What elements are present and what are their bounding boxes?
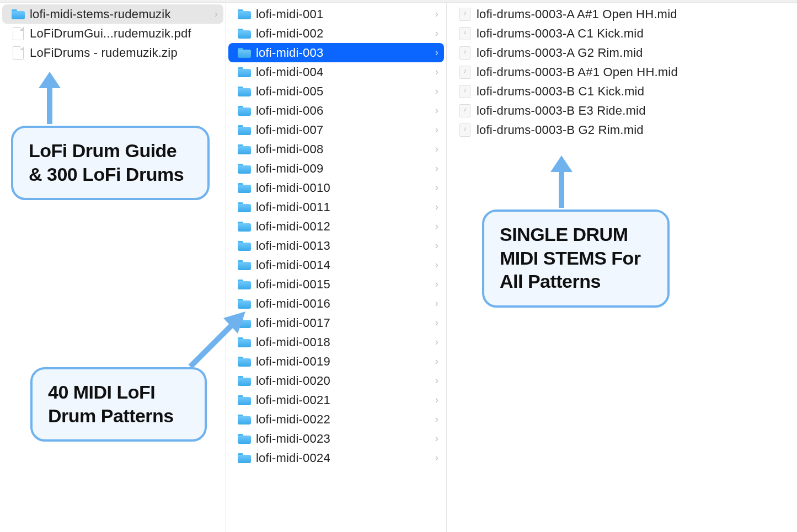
finder-item-label: lofi-midi-002 [256,26,435,41]
finder-item-label: lofi-drums-0003-A A#1 Open HH.mid [477,7,790,22]
finder-folder-row[interactable]: lofi-midi-0010› [228,178,444,197]
finder-file-row[interactable]: lofi-drums-0003-B E3 Ride.mid [449,101,795,120]
finder-file-row[interactable]: lofi-drums-0003-B C1 Kick.mid [449,82,795,101]
finder-item-label: lofi-drums-0003-B A#1 Open HH.mid [477,65,790,79]
finder-folder-row[interactable]: lofi-midi-0015› [228,275,444,294]
chevron-right-icon: › [435,66,440,78]
annotation-callout-stems: SINGLE DRUM MIDI STEMS For All Patterns [482,209,670,308]
chevron-right-icon: › [435,259,440,271]
chevron-right-icon: › [435,375,440,386]
folder-icon [237,413,252,426]
finder-item-label: lofi-drums-0003-B E3 Ride.mid [477,104,790,118]
folder-icon [237,221,252,233]
finder-folder-row[interactable]: lofi-midi-006› [228,101,444,120]
chevron-right-icon: › [435,47,440,58]
finder-folder-row[interactable]: lofi-midi-009› [228,159,444,178]
annotation-callout-guide: LoFi Drum Guide & 300 LoFi Drums [11,126,210,200]
folder-icon [237,433,252,445]
chevron-right-icon: › [435,452,440,464]
chevron-right-icon: › [435,201,440,213]
chevron-right-icon: › [435,163,440,174]
finder-file-row[interactable]: LoFiDrums - rudemuzik.zip [2,43,223,62]
finder-folder-row[interactable]: lofi-midi-002› [228,24,444,43]
finder-folder-row[interactable]: lofi-midi-0018› [228,332,444,352]
folder-icon [237,394,252,406]
finder-file-row[interactable]: LoFiDrumGui...rudemuzik.pdf [2,24,223,43]
finder-item-label: LoFiDrumGui...rudemuzik.pdf [30,26,219,41]
folder-icon [237,163,252,175]
finder-folder-row[interactable]: lofi-midi-0019› [228,352,444,371]
finder-column-2-items: lofi-midi-001›lofi-midi-002›lofi-midi-00… [226,2,446,467]
folder-icon [237,47,252,59]
chevron-right-icon: › [435,336,440,348]
midi-file-icon [458,105,472,117]
finder-folder-row[interactable]: lofi-midi-0012› [228,217,444,236]
folder-icon [237,201,252,213]
finder-folder-row[interactable]: lofi-midi-0022› [228,410,444,429]
finder-item-label: lofi-midi-0017 [256,316,435,330]
finder-file-row[interactable]: lofi-drums-0003-A G2 Rim.mid [449,43,795,62]
finder-file-row[interactable]: lofi-drums-0003-B A#1 Open HH.mid [449,62,795,82]
document-icon [11,28,25,40]
finder-folder-row[interactable]: lofi-midi-008› [228,139,444,159]
folder-icon [237,66,252,78]
finder-column-3-items: lofi-drums-0003-A A#1 Open HH.midlofi-dr… [447,2,797,139]
finder-folder-row[interactable]: lofi-midi-0016› [228,294,444,313]
finder-folder-row[interactable]: lofi-midi-007› [228,120,444,139]
finder-folder-row[interactable]: lofi-midi-0021› [228,390,444,410]
finder-item-label: lofi-midi-006 [256,104,435,118]
finder-folder-row[interactable]: lofi-midi-003› [228,43,444,62]
finder-file-row[interactable]: lofi-drums-0003-A A#1 Open HH.mid [449,4,795,24]
finder-folder-row[interactable]: lofi-midi-0020› [228,371,444,390]
finder-item-label: lofi-midi-007 [256,123,435,137]
finder-folder-row[interactable]: lofi-midi-stems-rudemuzik› [2,4,223,24]
folder-icon [237,28,252,40]
folder-icon [237,317,252,329]
finder-folder-row[interactable]: lofi-midi-005› [228,82,444,101]
chevron-right-icon: › [435,394,440,406]
folder-icon [237,452,252,464]
finder-item-label: lofi-midi-0018 [256,335,435,350]
chevron-right-icon: › [435,433,440,444]
finder-item-label: lofi-midi-008 [256,142,435,157]
finder-item-label: lofi-midi-0012 [256,219,435,234]
finder-item-label: lofi-midi-0010 [256,181,435,195]
folder-icon [237,259,252,271]
finder-item-label: lofi-drums-0003-A G2 Rim.mid [477,46,790,60]
chevron-right-icon: › [435,298,440,309]
finder-item-label: lofi-midi-004 [256,65,435,79]
folder-icon [11,8,25,20]
finder-folder-row[interactable]: lofi-midi-0011› [228,197,444,217]
finder-folder-row[interactable]: lofi-midi-0017› [228,313,444,332]
folder-icon [237,356,252,368]
finder-folder-row[interactable]: lofi-midi-004› [228,62,444,82]
chevron-right-icon: › [435,182,440,194]
finder-item-label: lofi-midi-0011 [256,200,435,214]
finder-folder-row[interactable]: lofi-midi-0024› [228,448,444,467]
finder-item-label: LoFiDrums - rudemuzik.zip [30,46,219,60]
folder-icon [237,105,252,117]
chevron-right-icon: › [435,124,440,136]
finder-item-label: lofi-midi-0015 [256,277,435,292]
chevron-right-icon: › [435,356,440,367]
finder-item-label: lofi-midi-0014 [256,258,435,272]
finder-folder-row[interactable]: lofi-midi-0014› [228,255,444,275]
finder-item-label: lofi-drums-0003-B G2 Rim.mid [477,123,790,137]
finder-item-label: lofi-midi-0023 [256,432,435,446]
folder-icon [237,278,252,291]
finder-folder-row[interactable]: lofi-midi-001› [228,4,444,24]
finder-folder-row[interactable]: lofi-midi-0023› [228,429,444,448]
chevron-right-icon: › [435,413,440,425]
midi-file-icon [458,124,472,136]
midi-file-icon [458,47,472,59]
chevron-right-icon: › [215,8,219,20]
chevron-right-icon: › [435,8,440,20]
annotation-callout-patterns: 40 MIDI LoFI Drum Patterns [30,367,207,442]
chevron-right-icon: › [435,221,440,232]
finder-item-label: lofi-midi-stems-rudemuzik [30,7,215,22]
folder-icon [237,375,252,387]
finder-file-row[interactable]: lofi-drums-0003-A C1 Kick.mid [449,24,795,43]
finder-file-row[interactable]: lofi-drums-0003-B G2 Rim.mid [449,120,795,139]
folder-icon [237,124,252,136]
finder-folder-row[interactable]: lofi-midi-0013› [228,236,444,255]
